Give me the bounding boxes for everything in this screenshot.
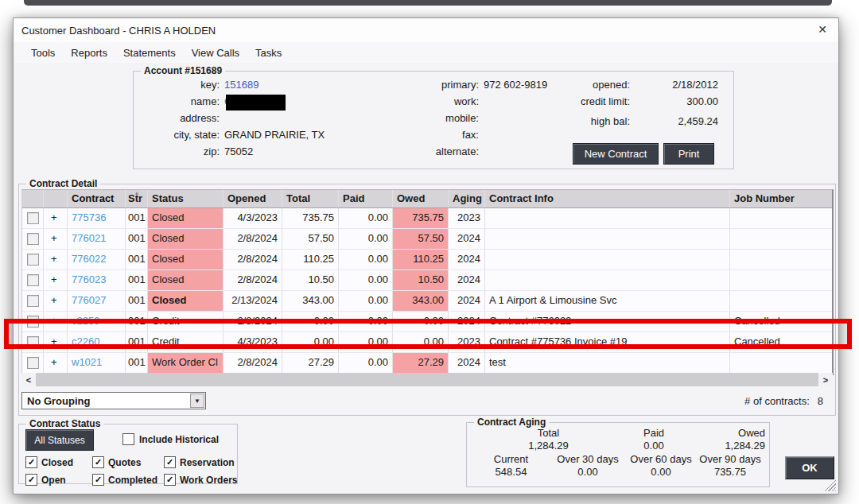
aging-current: Current548.54 — [473, 453, 549, 479]
status-filter-reservation[interactable]: ✓Reservation — [164, 456, 242, 468]
row-checkbox[interactable] — [22, 332, 44, 352]
contract-link[interactable]: 775736 — [68, 208, 126, 228]
contract-link[interactable]: 776021 — [68, 229, 126, 249]
expand-button[interactable]: + — [44, 208, 68, 228]
checkbox-icon[interactable] — [27, 357, 39, 369]
str-cell: 001 — [126, 312, 148, 331]
checkbox-icon[interactable] — [27, 233, 39, 245]
scrollbar-track[interactable] — [36, 373, 818, 386]
aging-total-value: 1,284.29 — [503, 440, 594, 452]
expand-button[interactable]: + — [44, 229, 68, 249]
account-group: Account #151689 key:151689 name:CHRIS ad… — [133, 71, 734, 169]
account-summary-fields: opened:2/18/2012 credit limit:300.00 hig… — [558, 76, 718, 130]
contract-link[interactable]: 776023 — [68, 270, 126, 290]
checkbox-icon[interactable] — [27, 295, 39, 307]
fax-label: fax: — [407, 129, 484, 141]
row-checkbox[interactable] — [22, 291, 44, 311]
row-checkbox[interactable] — [22, 208, 44, 228]
row-checkbox[interactable] — [22, 229, 44, 249]
close-icon[interactable]: ✕ — [818, 23, 827, 36]
expand-button[interactable]: + — [44, 312, 68, 331]
table-row[interactable]: +c2259001Credit2/8/20240.000.000.002024C… — [22, 312, 832, 332]
table-row[interactable]: +776023001Closed2/8/202410.500.0010.5020… — [22, 270, 832, 291]
total-cell: 735.75 — [282, 208, 339, 228]
window-title: Customer Dashboard - CHRIS A HOLDEN — [21, 25, 216, 37]
status-filter-closed[interactable]: ✓Closed — [25, 456, 92, 468]
checkbox-icon[interactable]: ✓ — [92, 456, 104, 468]
owed-cell: 110.25 — [393, 250, 449, 269]
table-row[interactable]: +775736001Closed4/3/2023735.750.00735.75… — [22, 208, 832, 229]
scroll-left-icon[interactable]: < — [21, 373, 36, 386]
header-owed[interactable]: Owed — [393, 190, 449, 207]
checkbox-icon[interactable] — [27, 212, 39, 224]
status-filter-work-orders[interactable]: ✓Work Orders — [164, 474, 242, 486]
checkbox-icon[interactable]: ✓ — [92, 474, 104, 486]
checkbox-icon[interactable]: ✓ — [25, 474, 37, 486]
include-historical-checkbox[interactable]: Include Historical — [122, 433, 219, 445]
checkbox-icon[interactable] — [122, 433, 134, 445]
contract-link[interactable]: 776027 — [68, 291, 126, 311]
header-job-number[interactable]: Job Number — [730, 190, 832, 207]
paid-cell: 0.00 — [339, 229, 393, 249]
expand-button[interactable]: + — [44, 270, 68, 290]
expand-button[interactable]: + — [44, 250, 68, 269]
grouping-dropdown[interactable]: No Grouping ▼ — [21, 392, 206, 409]
aging-over-90: Over 90 days735.75 — [693, 453, 768, 479]
screen: Customer Dashboard - CHRIS A HOLDEN ✕ To… — [0, 0, 859, 504]
expand-button[interactable]: + — [44, 291, 68, 311]
header-contract-info[interactable]: Contract Info — [485, 190, 730, 207]
job-number-cell — [730, 270, 832, 290]
resize-grip[interactable] — [824, 479, 836, 491]
table-row[interactable]: +776022001Closed2/8/2024110.250.00110.25… — [22, 250, 832, 270]
expand-button[interactable]: + — [44, 353, 68, 373]
table-row[interactable]: +776021001Closed2/8/202457.500.0057.5020… — [22, 229, 832, 250]
menu-reports[interactable]: Reports — [63, 44, 115, 62]
chevron-down-icon[interactable]: ▼ — [190, 394, 204, 408]
contract-link[interactable]: 776022 — [68, 250, 126, 269]
table-row[interactable]: +w1021001Work Order Cl2/8/202427.290.002… — [22, 353, 832, 374]
table-row[interactable]: +c2260001Credit4/3/20230.000.000.002023C… — [22, 332, 832, 353]
scroll-right-icon[interactable]: > — [818, 373, 833, 386]
status-filter-grid: ✓Closed✓Quotes✓Reservation✓Open✓Complete… — [25, 456, 242, 486]
header-contract[interactable]: Contract — [68, 190, 126, 207]
contract-info-cell: Contract #775736 Invoice #19 — [485, 332, 730, 352]
header-total[interactable]: Total — [282, 190, 339, 207]
contract-link[interactable]: c2259 — [68, 312, 126, 331]
header-aging[interactable]: Aging — [449, 190, 485, 207]
row-checkbox[interactable] — [22, 250, 44, 269]
row-checkbox[interactable] — [22, 312, 44, 331]
all-statuses-button[interactable]: All Statuses — [25, 429, 94, 451]
row-checkbox[interactable] — [22, 353, 44, 373]
checkbox-icon[interactable]: ✓ — [164, 456, 176, 468]
header-status[interactable]: Status — [148, 190, 223, 207]
checkbox-icon[interactable] — [27, 316, 39, 328]
checkbox-icon[interactable] — [27, 254, 39, 266]
menu-view-calls[interactable]: View Calls — [184, 44, 247, 62]
key-value-link[interactable]: 151689 — [224, 79, 258, 91]
menu-statements[interactable]: Statements — [115, 44, 184, 62]
horizontal-scrollbar[interactable]: < > — [21, 373, 833, 386]
contract-link[interactable]: c2260 — [68, 332, 126, 352]
menu-tasks[interactable]: Tasks — [247, 44, 290, 62]
contract-link[interactable]: w1021 — [68, 353, 126, 373]
contract-aging-group-title: Contract Aging — [474, 417, 549, 428]
row-checkbox[interactable] — [22, 270, 44, 290]
header-paid[interactable]: Paid — [339, 190, 393, 207]
expand-button[interactable]: + — [44, 332, 68, 352]
checkbox-icon[interactable] — [27, 274, 39, 286]
checkbox-icon[interactable]: ✓ — [164, 474, 176, 486]
print-button[interactable]: Print — [663, 143, 714, 165]
status-filter-open[interactable]: ✓Open — [25, 474, 92, 486]
job-number-cell: Cancelled — [730, 332, 832, 352]
contract-info-cell — [485, 270, 730, 290]
paid-cell: 0.00 — [339, 332, 393, 352]
ok-button[interactable]: OK — [785, 456, 834, 479]
checkbox-icon[interactable] — [27, 336, 39, 348]
status-filter-completed[interactable]: ✓Completed — [92, 474, 164, 486]
checkbox-icon[interactable]: ✓ — [25, 456, 37, 468]
status-filter-quotes[interactable]: ✓Quotes — [92, 456, 164, 468]
header-opened[interactable]: Opened — [223, 190, 282, 207]
menu-tools[interactable]: Tools — [23, 44, 63, 62]
table-row[interactable]: +776027001Closed2/13/2024343.000.00343.0… — [22, 291, 832, 312]
new-contract-button[interactable]: New Contract — [573, 143, 659, 165]
